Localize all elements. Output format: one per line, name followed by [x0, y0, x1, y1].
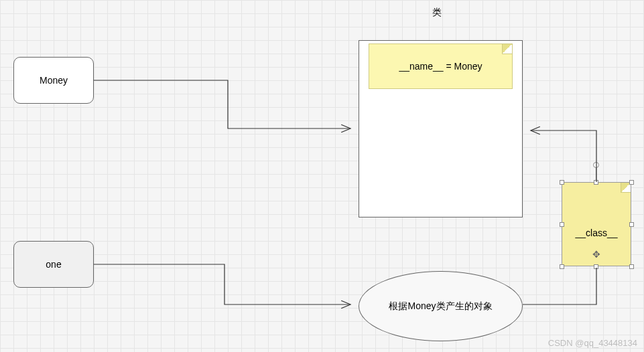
class-label: 类 — [432, 7, 442, 19]
move-icon: ✥ — [592, 249, 600, 260]
name-sticky-text: __name__ = Money — [399, 61, 482, 72]
sel-handle[interactable] — [560, 222, 564, 227]
class-sticky[interactable]: __class__ ✥ — [562, 182, 631, 266]
one-box: one — [13, 241, 94, 288]
sel-handle[interactable] — [560, 264, 564, 269]
object-ellipse: 根据Money类产生的对象 — [359, 271, 523, 341]
sel-handle[interactable] — [629, 180, 634, 185]
sel-handle[interactable] — [629, 222, 634, 227]
rotate-handle[interactable] — [593, 162, 599, 168]
one-box-text: one — [46, 259, 61, 270]
sel-handle[interactable] — [560, 180, 564, 185]
money-box-text: Money — [40, 75, 68, 86]
watermark: CSDN @qq_43448134 — [548, 338, 637, 348]
object-ellipse-text: 根据Money类产生的对象 — [389, 300, 492, 313]
sel-handle[interactable] — [594, 264, 598, 269]
sel-handle[interactable] — [594, 180, 598, 185]
class-sticky-text: __class__ — [575, 228, 617, 238]
money-box: Money — [13, 57, 94, 104]
connectors — [0, 0, 644, 352]
name-sticky: __name__ = Money — [369, 43, 513, 89]
sel-handle[interactable] — [629, 264, 634, 269]
